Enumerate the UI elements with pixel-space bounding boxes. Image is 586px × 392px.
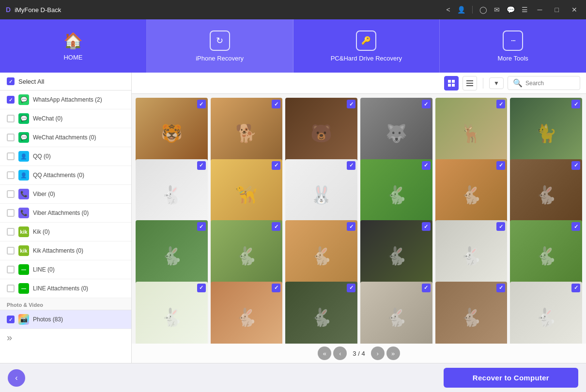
photo-check-icon: ✓ xyxy=(496,161,505,170)
sidebar-item-whatsapp[interactable]: 💬 WhatsApp Attachments (2) xyxy=(0,90,131,109)
photo-grid: ✓🐯✓🐕✓🐻✓🐺✓🦌✓🐈✓🐇✓🦮✓🐰✓🐇✓🐇✓🐇✓🐇✓🐇✓🐇✓🐇✓🐇✓🐇✓🐇✓🐇… xyxy=(132,94,586,344)
nav-more-tools[interactable]: ··· More Tools xyxy=(440,19,586,73)
animal-icon: 🐻 xyxy=(310,123,332,144)
maximize-button[interactable]: □ xyxy=(552,5,562,15)
animal-icon: 🐇 xyxy=(386,246,407,266)
page-info: 3 / 4 xyxy=(349,350,369,357)
nav-home-label: HOME xyxy=(63,54,82,61)
nav-iphone-recovery[interactable]: ↻ iPhone Recovery xyxy=(147,19,293,73)
qq-label: QQ (0) xyxy=(33,153,124,160)
animal-icon: 🐇 xyxy=(161,246,183,266)
photo-check-icon: ✓ xyxy=(347,161,355,170)
sidebar-item-photos[interactable]: 📷 Photos (83) xyxy=(0,310,131,329)
line-attach-icon: — xyxy=(18,283,29,294)
photo-cell[interactable]: ✓🐇 xyxy=(136,282,208,344)
viber-attach-checkbox[interactable] xyxy=(7,209,15,217)
qq-attach-icon: 👤 xyxy=(18,170,29,181)
line-label: LINE (0) xyxy=(33,266,124,273)
kik-icon: kik xyxy=(18,226,29,237)
photo-cell[interactable]: ✓🐇 xyxy=(211,282,283,344)
filter-icon: ▼ xyxy=(493,80,499,87)
line-attach-checkbox[interactable] xyxy=(7,285,15,292)
sidebar-item-qq[interactable]: 👤 QQ (0) xyxy=(0,147,131,166)
list-view-button[interactable] xyxy=(463,76,477,90)
close-button[interactable]: ✕ xyxy=(569,5,580,15)
sidebar-item-viber-attach[interactable]: 📞 Viber Attachments (0) xyxy=(0,204,131,223)
animal-icon: 🐇 xyxy=(460,246,482,266)
kik-checkbox[interactable] xyxy=(7,228,15,236)
nav-iphone-label: iPhone Recovery xyxy=(196,55,244,62)
animal-icon: 🦮 xyxy=(235,185,257,205)
photo-check-icon: ✓ xyxy=(197,161,206,170)
viber-checkbox[interactable] xyxy=(7,190,15,198)
animal-icon: 🐰 xyxy=(310,185,332,205)
photo-check-icon: ✓ xyxy=(496,222,505,231)
svg-rect-2 xyxy=(448,84,451,87)
sidebar-item-wechat-attach[interactable]: 💬 WeChat Attachments (0) xyxy=(0,128,131,147)
navbar: 🏠 HOME ↻ iPhone Recovery 🔑 PC&Hard Drive… xyxy=(0,19,586,73)
sidebar-item-line-attach[interactable]: — LINE Attachments (0) xyxy=(0,279,131,298)
animal-icon: 🐇 xyxy=(386,307,407,328)
photo-check-icon: ✓ xyxy=(197,222,206,231)
qq-attach-checkbox[interactable] xyxy=(7,171,15,179)
photo-check-icon: ✓ xyxy=(272,284,280,292)
search-input[interactable] xyxy=(525,80,575,87)
minimize-button[interactable]: ─ xyxy=(535,5,545,15)
next-page-button[interactable]: › xyxy=(371,347,385,360)
titlebar-right: < 👤 ◯ ✉ 💬 ☰ ─ □ ✕ xyxy=(446,5,580,15)
photo-check-icon: ✓ xyxy=(347,100,355,108)
user-icon[interactable]: 👤 xyxy=(457,6,465,14)
wechat-attach-icon: 💬 xyxy=(18,132,29,143)
photo-cell[interactable]: ✓🐇 xyxy=(435,282,508,344)
nav-home[interactable]: 🏠 HOME xyxy=(0,19,147,73)
wechat-attach-checkbox[interactable] xyxy=(7,134,15,141)
photo-cell[interactable]: ✓🐇 xyxy=(285,282,357,344)
nav-pc-recovery[interactable]: 🔑 PC&Hard Drive Recovery xyxy=(293,19,440,73)
animal-icon: 🐇 xyxy=(310,246,332,266)
kik-label: Kik (0) xyxy=(33,228,124,235)
kik-attach-label: Kik Attachments (0) xyxy=(33,247,124,254)
last-page-button[interactable]: » xyxy=(386,347,400,360)
bottom-bar: ‹ Recover to Computer xyxy=(0,363,586,392)
back-button[interactable]: ‹ xyxy=(8,369,25,387)
svg-rect-1 xyxy=(452,80,455,83)
search-box[interactable]: 🔍 xyxy=(508,76,580,90)
location-icon[interactable]: ◯ xyxy=(479,6,487,14)
animal-icon: 🐇 xyxy=(310,307,332,328)
svg-rect-6 xyxy=(466,85,473,86)
sidebar-item-qq-attach[interactable]: 👤 QQ Attachments (0) xyxy=(0,166,131,185)
whatsapp-checkbox[interactable] xyxy=(7,96,15,104)
grid-view-button[interactable] xyxy=(444,76,459,90)
sidebar-item-wechat[interactable]: 💬 WeChat (0) xyxy=(0,109,131,128)
sidebar-more-items[interactable]: » xyxy=(0,329,131,346)
first-page-button[interactable]: « xyxy=(318,347,331,360)
photo-cell[interactable]: ✓🐇 xyxy=(360,282,432,344)
sidebar: Select All 💬 WhatsApp Attachments (2) 💬 … xyxy=(0,73,132,363)
select-all-row[interactable]: Select All xyxy=(0,73,131,90)
prev-page-button[interactable]: ‹ xyxy=(333,347,347,360)
home-icon: 🏠 xyxy=(63,31,83,50)
photo-cell[interactable]: ✓🐇 xyxy=(510,282,582,344)
photos-checkbox[interactable] xyxy=(7,316,15,323)
sidebar-item-kik-attach[interactable]: kik Kik Attachments (0) xyxy=(0,241,131,260)
kik-attach-checkbox[interactable] xyxy=(7,247,15,255)
animal-icon: 🐇 xyxy=(161,185,183,205)
sidebar-item-kik[interactable]: kik Kik (0) xyxy=(0,223,131,241)
line-checkbox[interactable] xyxy=(7,266,15,273)
menu-icon[interactable]: ☰ xyxy=(522,6,528,14)
share-icon[interactable]: < xyxy=(446,6,450,14)
photo-check-icon: ✓ xyxy=(347,284,355,292)
sidebar-item-viber[interactable]: 📞 Viber (0) xyxy=(0,185,131,204)
mail-icon[interactable]: ✉ xyxy=(494,6,500,14)
sidebar-item-line[interactable]: — LINE (0) xyxy=(0,260,131,279)
wechat-attach-label: WeChat Attachments (0) xyxy=(33,134,124,141)
select-all-checkbox[interactable] xyxy=(7,77,15,85)
animal-icon: 🦌 xyxy=(460,123,482,144)
recover-button[interactable]: Recover to Computer xyxy=(444,368,578,388)
svg-rect-3 xyxy=(452,84,455,87)
chat-icon[interactable]: 💬 xyxy=(507,6,515,14)
filter-button[interactable]: ▼ xyxy=(489,77,504,89)
wechat-checkbox[interactable] xyxy=(7,115,15,122)
pc-recovery-icon: 🔑 xyxy=(356,30,376,51)
qq-checkbox[interactable] xyxy=(7,152,15,160)
